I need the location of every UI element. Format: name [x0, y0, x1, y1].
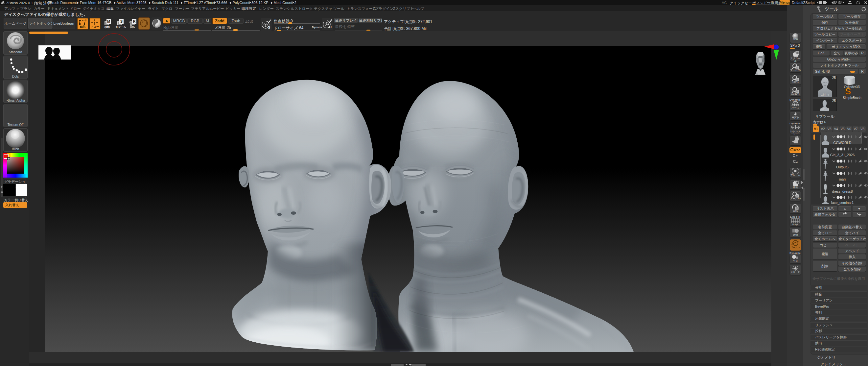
svg-text:S: S [268, 25, 270, 29]
svg-text:D: D [329, 25, 332, 29]
svg-text:S: S [845, 87, 851, 96]
